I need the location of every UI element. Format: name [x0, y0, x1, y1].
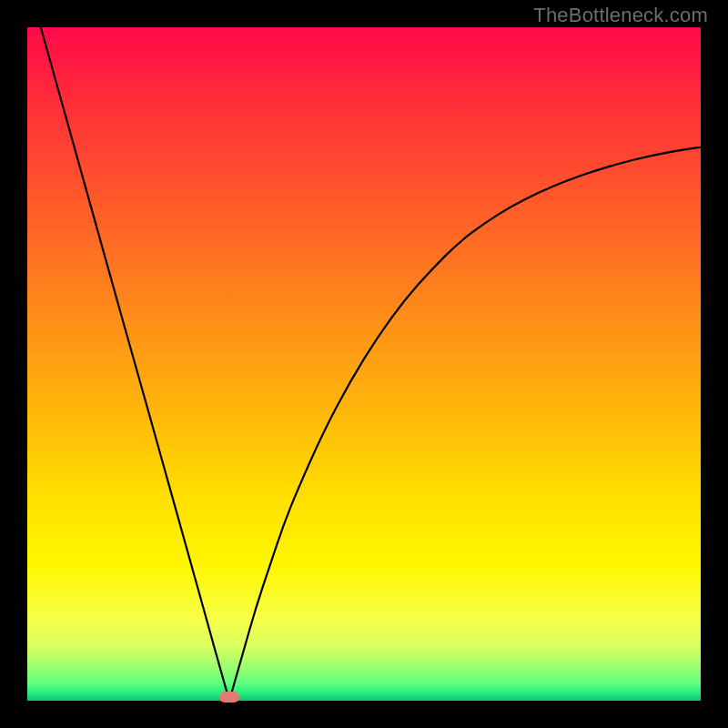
vertex-marker [219, 692, 239, 703]
curve-layer [27, 27, 701, 701]
watermark-text: TheBottleneck.com [533, 4, 708, 27]
plot-area [27, 27, 701, 701]
chart-frame: TheBottleneck.com [0, 0, 728, 728]
bottleneck-curve [41, 27, 701, 701]
